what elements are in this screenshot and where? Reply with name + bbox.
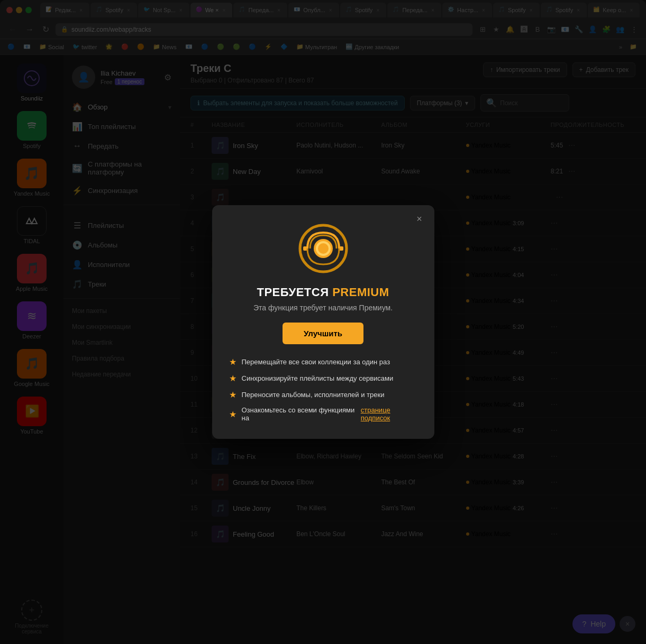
upgrade-button[interactable]: Улучшить	[283, 323, 363, 344]
feature-text-1: Перемещайте все свои коллекции за один р…	[242, 358, 390, 366]
star-icon-4: ★	[229, 409, 236, 419]
premium-logo	[297, 222, 350, 275]
feature-link[interactable]: странице подписок	[361, 406, 417, 422]
feature-item-3: ★ Переносите альбомы, исполнителей и тре…	[229, 390, 417, 400]
modal-close-button[interactable]: ×	[413, 213, 426, 225]
modal-title-highlight: PREMIUM	[332, 286, 389, 299]
feature-text-4-prefix: Ознакомьтесь со всеми функциями на	[242, 406, 356, 422]
feature-list: ★ Перемещайте все свои коллекции за один…	[229, 357, 417, 422]
star-icon-3: ★	[229, 390, 236, 400]
feature-text-2: Синхронизируйте плейлисты между сервисам…	[242, 374, 394, 382]
star-icon-1: ★	[229, 357, 236, 367]
star-icon-2: ★	[229, 373, 236, 383]
svg-point-6	[318, 243, 329, 254]
feature-item-2: ★ Синхронизируйте плейлисты между сервис…	[229, 373, 417, 383]
modal-subtitle: Эта функция требует наличия Премиум.	[229, 303, 417, 312]
premium-modal: × ТРЕБУЕТСЯ PREMIUM	[212, 205, 434, 439]
modal-title-prefix: ТРЕБУЕТСЯ	[257, 286, 329, 299]
feature-item-1: ★ Перемещайте все свои коллекции за один…	[229, 357, 417, 367]
feature-item-4: ★ Ознакомьтесь со всеми функциями на стр…	[229, 406, 417, 422]
feature-text-3: Переносите альбомы, исполнителей и треки	[242, 391, 385, 399]
modal-title: ТРЕБУЕТСЯ PREMIUM	[229, 286, 417, 299]
modal-overlay[interactable]: × ТРЕБУЕТСЯ PREMIUM	[0, 0, 646, 644]
